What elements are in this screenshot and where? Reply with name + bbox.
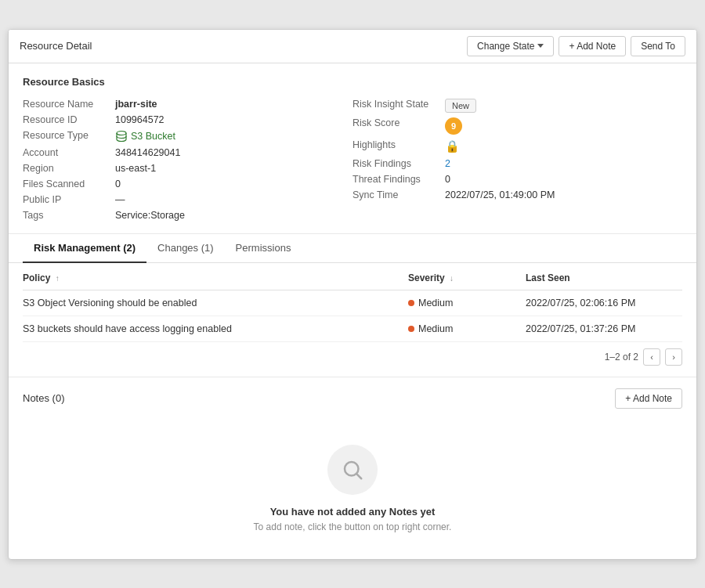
policy-table: Policy ↑ Severity ↓ Last Seen S3 Object … xyxy=(23,266,682,342)
risk-findings-link[interactable]: 2 xyxy=(445,158,450,169)
tabs-section: Risk Management (2) Changes (1) Permissi… xyxy=(9,234,696,263)
col-severity[interactable]: Severity ↓ xyxy=(408,266,526,290)
severity-dot-medium xyxy=(408,326,414,332)
resource-right: Risk Insight State New Risk Score 9 High… xyxy=(352,99,682,221)
resource-grid: Resource Name jbarr-site Resource ID 109… xyxy=(23,99,682,221)
field-value-resource-name: jbarr-site xyxy=(115,99,157,110)
risk-insight-state-badge: New xyxy=(445,99,476,113)
field-label-highlights: Highlights xyxy=(352,139,439,150)
change-state-label: Change State xyxy=(477,41,534,52)
field-value-resource-id: 109964572 xyxy=(115,114,164,125)
field-value-sync-time: 2022/07/25, 01:49:00 PM xyxy=(445,189,555,200)
field-label-tags: Tags xyxy=(23,210,109,221)
field-threat-findings: Threat Findings 0 xyxy=(352,174,682,185)
field-label-threat-findings: Threat Findings xyxy=(352,174,439,185)
severity-value: Medium xyxy=(418,323,453,334)
field-label-resource-type: Resource Type xyxy=(23,130,109,141)
pagination-info: 1–2 of 2 xyxy=(605,352,638,363)
severity-value: Medium xyxy=(418,298,453,308)
last-seen-cell: 2022/07/25, 02:06:16 PM xyxy=(526,290,682,316)
field-sync-time: Sync Time 2022/07/25, 01:49:00 PM xyxy=(352,189,682,200)
tab-changes[interactable]: Changes (1) xyxy=(146,234,225,263)
svg-line-2 xyxy=(357,474,362,478)
tab-risk-management[interactable]: Risk Management (2) xyxy=(23,234,146,263)
field-label-resource-name: Resource Name xyxy=(23,99,109,110)
last-seen-cell: 2022/07/25, 01:37:26 PM xyxy=(526,316,682,341)
severity-cell: Medium xyxy=(408,316,526,341)
add-note-button[interactable]: + Add Note xyxy=(615,388,682,409)
field-account: Account 348414629041 xyxy=(23,147,352,158)
prev-page-button[interactable]: ‹ xyxy=(643,348,660,366)
field-files-scanned: Files Scanned 0 xyxy=(23,179,352,189)
field-label-risk-findings: Risk Findings xyxy=(352,158,439,169)
field-label-risk-score: Risk Score xyxy=(352,117,439,128)
tab-permissions[interactable]: Permissions xyxy=(225,234,302,263)
field-value-files-scanned: 0 xyxy=(115,179,121,189)
empty-notes-title: You have not added any Notes yet xyxy=(270,506,436,518)
field-label-sync-time: Sync Time xyxy=(352,189,439,200)
field-value-threat-findings: 0 xyxy=(445,174,450,185)
field-region: Region us-east-1 xyxy=(23,163,352,174)
policy-cell: S3 buckets should have access logging en… xyxy=(23,316,408,341)
resource-left: Resource Name jbarr-site Resource ID 109… xyxy=(23,99,352,221)
header-actions: Change State + Add Note Send To xyxy=(467,36,685,56)
header: Resource Detail Change State + Add Note … xyxy=(9,30,696,63)
field-label-risk-insight-state: Risk Insight State xyxy=(352,99,439,110)
field-highlights: Highlights 🔒 xyxy=(352,139,682,153)
empty-search-icon-circle xyxy=(327,445,378,495)
change-state-button[interactable]: Change State xyxy=(467,36,554,56)
field-resource-name: Resource Name jbarr-site xyxy=(23,99,352,110)
resource-detail-window: Resource Detail Change State + Add Note … xyxy=(8,29,697,560)
field-value-region: us-east-1 xyxy=(115,163,156,174)
notes-empty-state: You have not added any Notes yet To add … xyxy=(23,421,682,548)
field-resource-type: Resource Type S3 Bucket xyxy=(23,130,352,142)
resource-basics-title: Resource Basics xyxy=(23,76,682,88)
resource-basics-section: Resource Basics Resource Name jbarr-site… xyxy=(9,63,696,234)
field-label-account: Account xyxy=(23,147,109,158)
table-row: S3 Object Versioning should be enabled M… xyxy=(23,290,682,316)
add-note-header-button[interactable]: + Add Note xyxy=(559,36,626,56)
sort-desc-icon: ↓ xyxy=(450,274,454,283)
lock-icon: 🔒 xyxy=(445,139,460,153)
field-label-files-scanned: Files Scanned xyxy=(23,179,109,189)
send-to-button[interactable]: Send To xyxy=(631,36,685,56)
field-label-resource-id: Resource ID xyxy=(23,114,109,125)
field-resource-id: Resource ID 109964572 xyxy=(23,114,352,125)
pagination: 1–2 of 2 ‹ › xyxy=(23,342,682,369)
svg-point-0 xyxy=(117,131,126,135)
next-page-button[interactable]: › xyxy=(665,348,682,366)
col-last-seen: Last Seen xyxy=(526,266,682,290)
page-title: Resource Detail xyxy=(20,40,92,52)
empty-notes-subtitle: To add note, click the button on top rig… xyxy=(254,521,452,532)
field-value-account: 348414629041 xyxy=(115,147,180,158)
field-label-public-ip: Public IP xyxy=(23,194,109,205)
field-value-tags: Service:Storage xyxy=(115,210,185,221)
risk-score-badge: 9 xyxy=(445,117,462,135)
severity-dot-medium xyxy=(408,300,414,306)
field-risk-findings: Risk Findings 2 xyxy=(352,158,682,169)
notes-section: Notes (0) + Add Note You have not added … xyxy=(9,377,696,559)
notes-header: Notes (0) + Add Note xyxy=(23,388,682,409)
field-risk-insight-state: Risk Insight State New xyxy=(352,99,682,113)
chevron-down-icon xyxy=(537,44,544,48)
field-value-public-ip: — xyxy=(115,194,125,205)
tabs: Risk Management (2) Changes (1) Permissi… xyxy=(23,234,682,262)
field-tags: Tags Service:Storage xyxy=(23,210,352,221)
field-label-region: Region xyxy=(23,163,109,174)
s3-bucket-icon xyxy=(115,130,128,142)
severity-cell: Medium xyxy=(408,290,526,316)
field-risk-score: Risk Score 9 xyxy=(352,117,682,135)
field-public-ip: Public IP — xyxy=(23,194,352,205)
sort-asc-icon: ↑ xyxy=(56,274,60,283)
col-policy[interactable]: Policy ↑ xyxy=(23,266,408,290)
search-icon xyxy=(341,458,364,482)
field-value-resource-type: S3 Bucket xyxy=(115,130,175,142)
policy-cell: S3 Object Versioning should be enabled xyxy=(23,290,408,316)
table-row: S3 buckets should have access logging en… xyxy=(23,316,682,341)
table-section: Policy ↑ Severity ↓ Last Seen S3 Object … xyxy=(9,266,696,377)
notes-title: Notes (0) xyxy=(23,392,64,404)
